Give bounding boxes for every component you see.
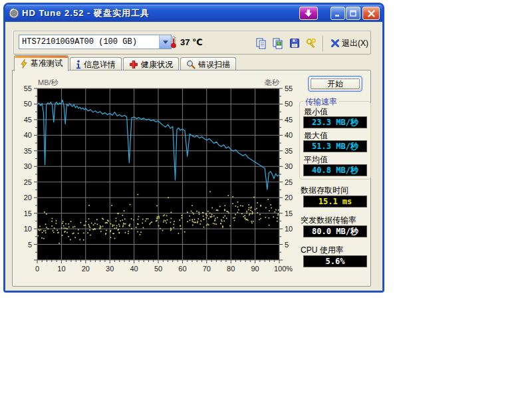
- hd-tune-window: HD Tune 2.52 - 硬盘实用工具: [3, 3, 384, 293]
- options-icon: [305, 37, 317, 49]
- drive-select-dropdown-button[interactable]: [159, 35, 171, 49]
- axis-tick-label: 20: [82, 265, 90, 273]
- exit-label: 退出(X): [342, 38, 368, 49]
- axis-tick-label: 5: [285, 241, 289, 249]
- temperature-value: 37 ℃: [180, 37, 203, 47]
- tab-health[interactable]: 健康状况: [123, 57, 179, 71]
- axis-tick-label: 50: [285, 100, 293, 108]
- burst-rate-value: 80.0 MB/秒: [303, 225, 367, 237]
- cpu-usage-label: CPU 使用率: [301, 245, 344, 256]
- exit-x-icon: [331, 39, 340, 48]
- maximize-button[interactable]: [346, 7, 360, 20]
- axis-tick-label: 45: [24, 116, 32, 124]
- axis-tick-label: 60: [178, 265, 186, 273]
- chevron-down-icon: [163, 41, 168, 44]
- copy-image-icon: [272, 37, 284, 49]
- tab-benchmark-label: 基准测试: [31, 58, 63, 69]
- axis-tick-label: 20: [24, 194, 32, 201]
- maximize-icon: [349, 9, 357, 17]
- axis-tick-label: 30: [285, 162, 293, 170]
- save-icon: [289, 37, 301, 49]
- tab-info-label: 信息详情: [84, 59, 116, 70]
- min-value: 23.3 MB/秒: [303, 116, 367, 128]
- axis-tick-label: 0: [35, 265, 39, 273]
- tab-strip: 基准测试 信息详情 健康状况: [14, 55, 237, 71]
- axis-tick-label: 50: [24, 100, 32, 108]
- tab-error-scan-label: 错误扫描: [198, 59, 230, 70]
- copy-text-icon: [255, 37, 267, 49]
- tab-error-scan[interactable]: 错误扫描: [180, 57, 236, 71]
- options-button[interactable]: [304, 36, 319, 51]
- exit-button[interactable]: 退出(X): [328, 37, 371, 51]
- max-value: 51.3 MB/秒: [303, 140, 367, 152]
- minimize-icon: [334, 9, 342, 17]
- save-button[interactable]: [287, 36, 302, 51]
- axis-tick-label: 35: [285, 147, 293, 155]
- access-time-label: 数据存取时间: [301, 185, 348, 196]
- axis-tick-label: 40: [285, 131, 293, 139]
- title-bar[interactable]: HD Tune 2.52 - 硬盘实用工具: [5, 5, 382, 22]
- axis-tick-label: 70: [203, 265, 211, 273]
- drive-select-value: HTS721010G9AT00 (100 GB): [19, 37, 159, 47]
- toolbar-separator: [323, 35, 324, 51]
- axis-tick-label: 25: [24, 178, 32, 186]
- drive-select[interactable]: HTS721010G9AT00 (100 GB): [19, 35, 172, 49]
- benchmark-panel: 5510101515202025253030353540404545505055…: [12, 70, 371, 287]
- axis-tick-label: 30: [24, 162, 32, 170]
- axis-tick-label: 30: [106, 265, 114, 273]
- axis-tick-label: 80: [227, 265, 235, 273]
- axis-tick-label: 55: [285, 84, 293, 92]
- axis-tick-label: 10: [57, 265, 65, 273]
- benchmark-icon: [20, 59, 28, 68]
- axis-tick-label: 15: [24, 209, 32, 217]
- desktop: HD Tune 2.52 - 硬盘实用工具: [0, 0, 532, 399]
- client-area: HTS721010G9AT00 (100 GB) 37 ℃: [5, 22, 382, 291]
- axis-tick-label: 35: [24, 147, 32, 155]
- axis-tick-label: 45: [285, 116, 293, 124]
- close-button[interactable]: [362, 7, 380, 20]
- left-axis-title: MB/秒: [38, 78, 59, 88]
- axis-tick-label: 100%: [274, 265, 293, 273]
- axis-tick-label: 55: [24, 84, 32, 92]
- tab-info[interactable]: 信息详情: [70, 57, 122, 71]
- axis-tick-label: 25: [285, 178, 293, 186]
- axis-tick-label: 40: [24, 131, 32, 139]
- burst-rate-label: 突发数据传输率: [301, 215, 356, 226]
- copy-text-button[interactable]: [254, 36, 269, 51]
- axis-tick-label: 40: [130, 265, 138, 273]
- tab-benchmark[interactable]: 基准测试: [14, 55, 68, 71]
- axis-tick-label: 10: [285, 225, 293, 233]
- window-title: HD Tune 2.52 - 硬盘实用工具: [22, 7, 150, 19]
- download-overlay-button[interactable]: [299, 7, 318, 20]
- axis-tick-label: 5: [28, 241, 32, 249]
- hard-disk-icon: [9, 8, 19, 19]
- axis-tick-label: 90: [251, 265, 259, 273]
- axis-tick-label: 50: [154, 265, 162, 273]
- avg-value: 40.8 MB/秒: [303, 164, 367, 176]
- right-axis-title: 毫秒: [252, 78, 279, 88]
- axis-tick-label: 20: [285, 194, 293, 201]
- start-button[interactable]: 开始: [308, 76, 362, 92]
- minimize-button[interactable]: [331, 7, 345, 20]
- cpu-usage-value: 5.6%: [303, 255, 367, 267]
- temperature-indicator: 37 ℃: [170, 35, 203, 49]
- close-icon: [367, 9, 376, 18]
- thermometer-icon: [170, 35, 177, 49]
- access-time-value: 15.1 ms: [303, 196, 367, 207]
- toolbar-buttons: 退出(X): [254, 35, 371, 51]
- axis-tick-label: 10: [24, 225, 32, 233]
- health-icon: [129, 60, 138, 69]
- download-arrow-icon: [304, 9, 313, 18]
- focus-ring: [311, 78, 360, 89]
- info-icon: [76, 60, 81, 69]
- axis-tick-label: 15: [285, 209, 293, 217]
- tab-health-label: 健康状况: [141, 59, 173, 70]
- scan-icon: [186, 60, 196, 69]
- copy-image-button[interactable]: [271, 36, 285, 51]
